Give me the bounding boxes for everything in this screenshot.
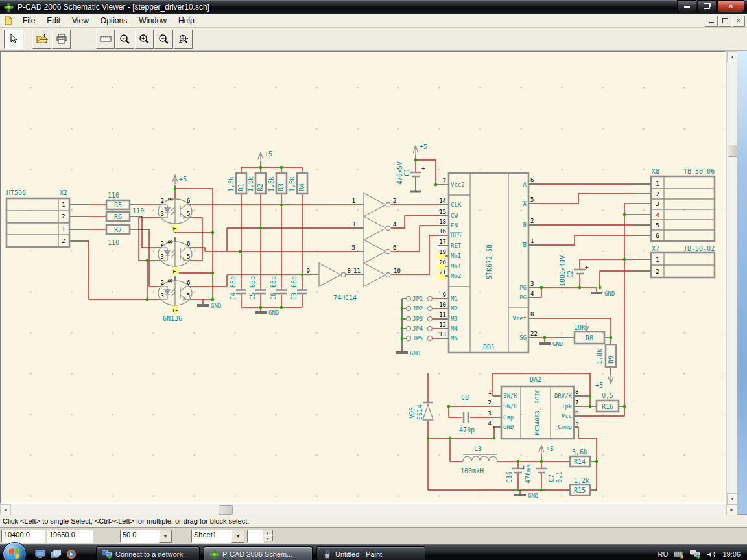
- menu-help[interactable]: Help: [172, 15, 200, 27]
- network-tray-icon[interactable]: [690, 550, 701, 559]
- menu-window[interactable]: Window: [133, 15, 172, 27]
- lbl-c16-val: 470mk: [525, 464, 532, 484]
- scroll-right-arrow[interactable]: ►: [726, 504, 737, 515]
- lbl-r5-val: 110: [108, 192, 119, 199]
- start-button[interactable]: [3, 542, 27, 560]
- pin-opto1-2: 2: [161, 198, 164, 204]
- lbl-c5-val: 68p: [249, 276, 256, 288]
- window-edge: [737, 51, 747, 514]
- zoom-extents-button[interactable]: [174, 30, 193, 49]
- spinner[interactable]: ▲ ▼: [262, 530, 273, 541]
- ruler-icon: [100, 34, 112, 43]
- lbl-c3-ref: C3: [290, 292, 298, 300]
- zoom-window-button[interactable]: [115, 30, 134, 49]
- lbl-r7-ref: R7: [114, 226, 122, 233]
- task-pcad[interactable]: P-CAD 2006 Schem...: [204, 546, 313, 560]
- measure-tool-button[interactable]: [96, 30, 115, 49]
- scroll-left-arrow[interactable]: ◄: [0, 504, 11, 515]
- mdi-restore-button[interactable]: [718, 16, 731, 27]
- task-paint[interactable]: Untitled - Paint: [316, 546, 425, 560]
- pin-da2-1: 1: [488, 389, 492, 395]
- switch-windows-button[interactable]: [49, 548, 62, 560]
- zoom-in-button[interactable]: [135, 30, 154, 49]
- paint-icon: [322, 550, 332, 559]
- sheet-dropdown-button[interactable]: ▼: [231, 530, 244, 542]
- show-desktop-button[interactable]: [34, 548, 47, 560]
- lbl-vd3-part: SS14: [416, 404, 423, 420]
- lbl-plus5-rails: +5: [265, 150, 272, 158]
- open-file-button[interactable]: [32, 30, 51, 49]
- scroll-down-arrow[interactable]: ▼: [727, 493, 738, 504]
- c2-plus: +: [585, 264, 589, 270]
- scroll-up-arrow[interactable]: ▲: [727, 51, 738, 62]
- pin-x7-1: 1: [656, 257, 659, 263]
- task-connect-network[interactable]: Connect to a network: [96, 546, 200, 560]
- labels: HT508 X2 1 2 1 2 110 110 110 R5 R6 R7 6N…: [6, 143, 715, 499]
- print-button[interactable]: [52, 30, 71, 49]
- zoom-dropdown-button[interactable]: ▼: [159, 530, 172, 542]
- menu-bar: File Edit View Options Window Help ×: [0, 14, 747, 28]
- spin-up-button[interactable]: ▲: [262, 530, 273, 535]
- close-button[interactable]: ✕: [717, 0, 744, 12]
- lbl-c4-val: 68p: [230, 276, 237, 288]
- pin-da2-5: 5: [575, 420, 578, 426]
- pin-opto3-2: 2: [161, 279, 164, 286]
- lbl-r1-ref: R1: [237, 183, 244, 191]
- pin-dd1-17: 17: [439, 239, 446, 245]
- select-tool-button[interactable]: [4, 30, 23, 49]
- media-player-button[interactable]: [65, 548, 78, 560]
- lbl-r8-ref: R8: [586, 334, 593, 342]
- hscroll-thumb[interactable]: [219, 505, 233, 515]
- menu-edit[interactable]: Edit: [41, 15, 66, 27]
- pin-inv-in11: 11: [353, 268, 361, 274]
- mdi-close-button[interactable]: ×: [732, 16, 745, 27]
- menu-options[interactable]: Options: [95, 15, 133, 27]
- zoom-extents-icon: [178, 34, 189, 45]
- lbl-r5-ref: R5: [114, 202, 122, 209]
- lbl-dd1-vref: Vref: [512, 315, 527, 321]
- zoom-out-button[interactable]: [154, 30, 173, 49]
- mdi-minimize-button[interactable]: [705, 16, 718, 27]
- pin-opto2-6: 6: [187, 240, 190, 247]
- zoom-field[interactable]: 50.0: [120, 530, 161, 542]
- schematic-canvas[interactable]: HT508 X2 1 2 1 2 110 110 110 R5 R6 R7 6N…: [0, 51, 726, 504]
- volume-tray-icon[interactable]: [707, 550, 717, 559]
- vscroll-thumb[interactable]: [728, 145, 737, 157]
- lbl-dd1-sg: SG: [519, 334, 527, 341]
- lbl-dd1-vcc2: Vcc2: [451, 181, 465, 188]
- lbl-dd1-ref: DD1: [483, 344, 495, 351]
- lbl-da2-cap: Cap: [503, 414, 514, 421]
- minimize-button[interactable]: [677, 0, 696, 12]
- pin-inv-out8: 8: [348, 268, 351, 274]
- coord-y-field[interactable]: 19650.0: [47, 530, 93, 542]
- clock[interactable]: 19:06: [722, 550, 741, 558]
- zoom-in-icon: [139, 34, 150, 45]
- sheet-field[interactable]: Sheet1: [191, 530, 234, 542]
- lbl-gnd-sg: GND: [552, 341, 563, 347]
- lbl-da2-drvk: DRV/K: [554, 393, 573, 399]
- pin-dd1-22: 22: [530, 331, 538, 337]
- lbl-dd1-pg1: PG: [519, 285, 527, 291]
- lbl-r7-val: 110: [108, 239, 119, 246]
- lbl-x7-type: TB-50-02: [683, 245, 715, 252]
- keyboard-tray-icon[interactable]: [674, 550, 684, 559]
- lbl-dd1-mo2: Mo2: [451, 273, 461, 279]
- language-indicator[interactable]: RU: [658, 550, 669, 558]
- lbl-r9-val: 1,8k: [596, 349, 603, 364]
- menu-view[interactable]: View: [66, 15, 95, 27]
- lbl-c1-val: 470x5V: [396, 161, 403, 185]
- spin-down-button[interactable]: ▼: [262, 535, 273, 541]
- restore-button[interactable]: [697, 0, 717, 12]
- system-tray: RU 19:06: [658, 550, 747, 559]
- lbl-r9-ref: R9: [608, 356, 615, 364]
- horizontal-scrollbar[interactable]: ◄ ►: [0, 504, 737, 515]
- schematic: HT508 X2 1 2 1 2 110 110 110 R5 R6 R7 6N…: [1, 52, 725, 502]
- lbl-dd1-moi: MoI: [451, 253, 461, 259]
- task-label: Untitled - Paint: [335, 550, 382, 558]
- pin-x8-3: 3: [656, 201, 659, 207]
- coord-x-field[interactable]: 10400.0: [1, 530, 45, 542]
- menu-file[interactable]: File: [17, 15, 41, 27]
- lbl-dd1-m3: M3: [451, 316, 458, 322]
- lbl-plus5-r9: +5: [595, 382, 603, 389]
- pin-x2-1: 1: [62, 202, 65, 208]
